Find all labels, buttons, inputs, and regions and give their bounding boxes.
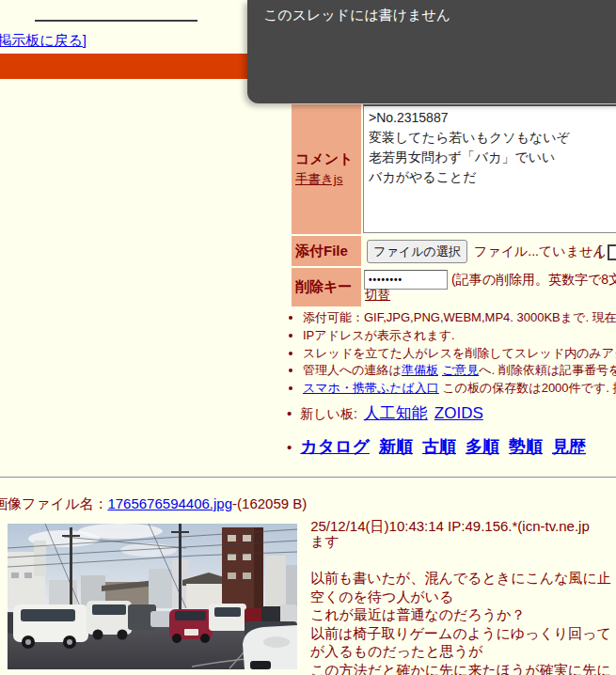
post-body-line: これが最近は普通なのだろうか？ bbox=[310, 605, 611, 624]
bullet: • bbox=[287, 405, 292, 421]
file-select-button[interactable]: ファイルの選択 bbox=[367, 240, 467, 263]
attach-file-label: 添付File bbox=[295, 243, 361, 260]
rule-item: IPアドレスが表示されます. bbox=[303, 327, 616, 345]
sort-many-link[interactable]: 多順 bbox=[466, 435, 499, 458]
image-filename-line: 画像ファイル名：1765676594406.jpg-(162059 B) bbox=[0, 495, 307, 513]
comment-label: コメント bbox=[295, 150, 361, 168]
rule-item: スレッドを立てた人がレスを削除してスレッド内のみアク bbox=[303, 345, 616, 363]
page: [掲示板に戻る] コメント 手書きjs >No.2315887 変装してたら若い… bbox=[0, 0, 616, 675]
image-filename-link[interactable]: 1765676594406.jpg bbox=[107, 495, 232, 511]
toggle-link[interactable]: 切替 bbox=[365, 287, 390, 304]
comment-label-cell: コメント 手書きjs bbox=[292, 104, 361, 234]
sort-seen-link[interactable]: 見歴 bbox=[552, 435, 586, 458]
post-body-line: 以前も書いたが、混んでるときにこんな風に止 bbox=[310, 569, 611, 588]
post-thumbnail[interactable] bbox=[8, 524, 297, 669]
bullet: • bbox=[287, 439, 292, 455]
file-status-text: ファイル...ていません bbox=[474, 243, 607, 260]
post-body-line: この方法だと確かに先に来たほうが確実に先に bbox=[310, 661, 611, 675]
image-filesize: -(162059 B) bbox=[232, 495, 307, 511]
divider-line bbox=[35, 20, 197, 22]
goiken-link[interactable]: ご意見 bbox=[442, 363, 479, 377]
noimage-bracket: [ bbox=[598, 243, 602, 259]
sort-new-link[interactable]: 新順 bbox=[379, 435, 413, 458]
new-boards-item: • 新しい板: 人工知能 ZOIDS bbox=[287, 402, 483, 424]
tegaki-js-link[interactable]: 手書きjs bbox=[295, 171, 361, 188]
image-filename-label: 画像ファイル名： bbox=[0, 495, 107, 511]
catalog-link[interactable]: カタログ bbox=[300, 435, 370, 458]
toast-text: このスレッドには書けません bbox=[247, 0, 616, 24]
catalog-item: • カタログ 新順 古順 多順 勢順 見歴 bbox=[287, 435, 595, 458]
toast-message: このスレッドには書けません bbox=[247, 0, 616, 103]
post-body-line: 以前は椅子取りゲームのようにゆっくり回って bbox=[310, 624, 611, 643]
attach-file-label-cell: 添付File bbox=[292, 236, 361, 266]
noimage-checkbox[interactable] bbox=[608, 244, 616, 260]
rule-item: スマホ・携帯ふたば入口 この板の保存数は2000件です. 掲 bbox=[303, 380, 616, 398]
junbi-board-link[interactable]: 準備板 bbox=[402, 363, 438, 377]
delete-key-note: (記事の削除用。英数字で8文字以内) bbox=[451, 272, 616, 289]
post-body-line: が入るものだったと思うが bbox=[310, 642, 611, 661]
mobile-entrance-link[interactable]: スマホ・携帯ふたば入口 bbox=[303, 381, 439, 395]
comment-textarea[interactable]: >No.2315887 変装してたら若いもクソもないぞ 老若男女問わず「バカ」で… bbox=[363, 104, 616, 233]
post-body-line: 空くのを待つ人がいる bbox=[310, 588, 611, 606]
rules-list: 添付可能：GIF,JPG,PNG,WEBM,MP4. 3000KBまで. 現在4… bbox=[284, 309, 616, 398]
post-body: ます 以前も書いたが、混んでるときにこんな風に止 空くのを待つ人がいる これが最… bbox=[310, 532, 611, 675]
sort-momentum-link[interactable]: 勢順 bbox=[509, 435, 543, 458]
rule-item: 添付可能：GIF,JPG,PNG,WEBM,MP4. 3000KBまで. 現在4 bbox=[303, 309, 616, 327]
thread-divider bbox=[0, 477, 616, 478]
post-body-line: ます bbox=[310, 532, 611, 551]
delete-key-label-cell: 削除キー bbox=[292, 268, 361, 306]
delete-key-label: 削除キー bbox=[295, 278, 361, 296]
return-to-board-link[interactable]: [掲示板に戻る] bbox=[0, 32, 87, 50]
post-body-line bbox=[310, 551, 611, 570]
rule-item: 管理人への連絡は準備板ご意見へ. 削除依頼は記事番号を bbox=[303, 362, 616, 380]
ai-board-link[interactable]: 人工知能 bbox=[364, 402, 428, 424]
sort-old-link[interactable]: 古順 bbox=[422, 435, 456, 458]
zoids-board-link[interactable]: ZOIDS bbox=[434, 404, 483, 423]
new-board-label: 新しい板: bbox=[300, 406, 357, 423]
